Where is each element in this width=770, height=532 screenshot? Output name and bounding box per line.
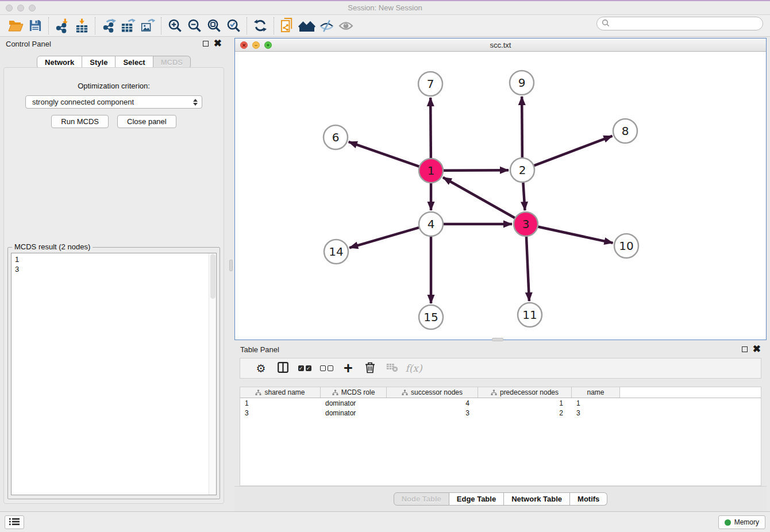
search-input[interactable]: [613, 18, 763, 29]
graph-node-10[interactable]: 10: [614, 234, 638, 258]
result-scrollbar[interactable]: [209, 253, 216, 495]
tab-node-table[interactable]: Node Table: [394, 492, 449, 506]
table-cell[interactable]: 3: [572, 409, 620, 417]
add-column-button[interactable]: +: [337, 363, 359, 374]
graph-node-2[interactable]: 2: [510, 158, 534, 182]
clone-network-button[interactable]: [278, 17, 297, 35]
open-session-button[interactable]: [6, 17, 25, 35]
edge-2-9[interactable]: [522, 97, 522, 159]
edge-2-3[interactable]: [523, 182, 525, 210]
tree-icon: [332, 390, 338, 396]
delete-table-button[interactable]: [381, 363, 403, 374]
graph-node-4[interactable]: 4: [419, 212, 443, 236]
save-session-button[interactable]: [25, 17, 45, 35]
column-header-shared-name[interactable]: shared name: [240, 387, 321, 398]
table-cell[interactable]: 3: [240, 409, 321, 417]
table-body: 1dominator4113dominator323: [240, 398, 761, 418]
table-cell[interactable]: 1: [478, 399, 572, 407]
export-network-button[interactable]: [99, 17, 118, 35]
column-header-mcds-role[interactable]: MCDS role: [321, 387, 387, 398]
graph-node-14[interactable]: 14: [324, 240, 348, 264]
refresh-view-button[interactable]: [251, 17, 270, 35]
graph-node-6[interactable]: 6: [324, 125, 348, 149]
table-options-button[interactable]: ⚙: [250, 362, 272, 375]
table-cell[interactable]: 3: [387, 409, 478, 417]
table-row[interactable]: 1dominator411: [240, 398, 761, 408]
network-graph[interactable]: 7968124314101511: [235, 52, 766, 340]
refresh-icon: [253, 18, 267, 33]
float-panel-icon[interactable]: [203, 41, 209, 47]
zoom-fit-button[interactable]: [204, 17, 224, 35]
edge-2-8[interactable]: [533, 136, 613, 166]
zoom-selected-button[interactable]: [224, 17, 243, 35]
table-cell[interactable]: dominator: [321, 399, 387, 407]
export-table-button[interactable]: [118, 17, 138, 35]
close-panel-icon[interactable]: ✖: [214, 41, 222, 47]
tab-motifs[interactable]: Motifs: [570, 492, 607, 506]
edge-3-11[interactable]: [526, 236, 529, 301]
graph-node-1[interactable]: 1: [419, 159, 443, 183]
search-field[interactable]: [596, 17, 763, 30]
frame-minimize-button[interactable]: −: [252, 41, 260, 49]
column-header-successor-nodes[interactable]: successor nodes: [387, 387, 478, 398]
network-frame-titlebar[interactable]: scc.txt ✕ − +: [235, 38, 766, 52]
zoom-out-icon: [187, 18, 202, 33]
import-network-button[interactable]: [52, 17, 72, 35]
table-panel-header: Table Panel ✖: [234, 342, 767, 356]
table-cell[interactable]: dominator: [321, 409, 387, 417]
table-cell[interactable]: 4: [387, 399, 478, 407]
column-header-predecessor-nodes[interactable]: predecessor nodes: [478, 387, 572, 398]
graph-node-11[interactable]: 11: [518, 303, 542, 327]
export-image-button[interactable]: [138, 17, 157, 35]
graph-node-8[interactable]: 8: [613, 119, 637, 143]
frame-close-button[interactable]: ✕: [240, 41, 248, 49]
node-label: 9: [518, 76, 526, 90]
table-cell[interactable]: 1: [240, 399, 321, 407]
result-line: 1: [15, 255, 216, 264]
table-cell[interactable]: 1: [572, 399, 620, 407]
edge-3-1[interactable]: [443, 178, 516, 218]
close-panel-icon[interactable]: ✖: [753, 346, 761, 352]
network-canvas[interactable]: 7968124314101511: [235, 52, 766, 340]
table-cell[interactable]: 2: [478, 409, 572, 417]
graph-node-15[interactable]: 15: [419, 305, 443, 329]
import-table-button[interactable]: [72, 17, 91, 35]
memory-status-icon: [725, 519, 731, 526]
select-all-columns-button[interactable]: ✓✓: [294, 365, 315, 371]
edge-1-2[interactable]: [442, 170, 509, 171]
graph-node-9[interactable]: 9: [510, 71, 534, 95]
graph-node-3[interactable]: 3: [514, 212, 538, 236]
horizontal-splitter-handle[interactable]: [492, 338, 503, 341]
edge-4-14[interactable]: [349, 228, 420, 248]
task-history-button[interactable]: [5, 515, 24, 529]
column-header-name[interactable]: name: [572, 387, 620, 398]
float-panel-icon[interactable]: [742, 346, 748, 352]
memory-label: Memory: [734, 518, 759, 526]
memory-button[interactable]: Memory: [718, 515, 765, 529]
table-row[interactable]: 3dominator323: [240, 408, 761, 418]
edge-1-7[interactable]: [430, 98, 431, 159]
show-graphics-button[interactable]: [336, 17, 356, 35]
delete-column-button[interactable]: [359, 361, 381, 375]
run-mcds-button[interactable]: Run MCDS: [51, 115, 109, 128]
edge-1-6[interactable]: [349, 142, 420, 167]
toolbar-separator: [95, 17, 95, 34]
export-network-icon: [101, 18, 117, 33]
control-panel-header: Control Panel ✖: [0, 37, 228, 51]
edge-3-10[interactable]: [537, 226, 613, 243]
criterion-select[interactable]: strongly connected component: [25, 95, 202, 109]
vertical-splitter-handle[interactable]: [229, 260, 233, 271]
tab-network-table[interactable]: Network Table: [504, 492, 570, 506]
zoom-out-button[interactable]: [184, 17, 204, 35]
zoom-in-button[interactable]: [165, 17, 184, 35]
function-builder-button[interactable]: f(x): [403, 363, 425, 374]
show-columns-button[interactable]: [272, 362, 294, 375]
mcds-result-textarea[interactable]: 1 3: [11, 253, 217, 495]
hide-graphics-button[interactable]: [317, 17, 336, 35]
deselect-all-columns-button[interactable]: [315, 365, 337, 371]
frame-maximize-button[interactable]: +: [264, 41, 272, 49]
close-panel-button[interactable]: Close panel: [117, 115, 176, 128]
tab-edge-table[interactable]: Edge Table: [449, 492, 504, 506]
graph-node-7[interactable]: 7: [418, 72, 442, 96]
home-networks-button[interactable]: [297, 17, 317, 35]
